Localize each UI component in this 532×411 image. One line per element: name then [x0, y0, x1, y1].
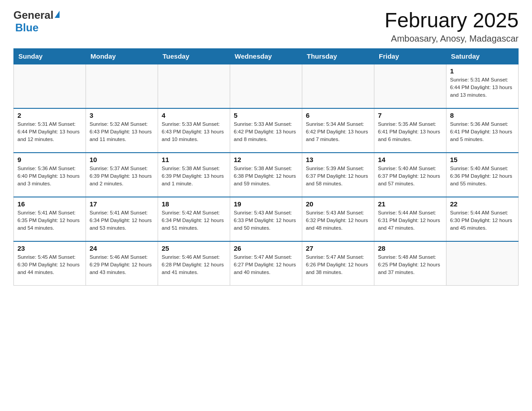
calendar-cell — [374, 64, 446, 108]
day-number: 13 — [306, 156, 370, 163]
day-number: 5 — [234, 111, 298, 119]
day-info: Sunrise: 5:44 AM Sunset: 6:30 PM Dayligh… — [450, 209, 515, 232]
calendar-cell — [230, 64, 302, 108]
day-number: 16 — [17, 200, 82, 208]
day-info: Sunrise: 5:31 AM Sunset: 6:44 PM Dayligh… — [450, 76, 515, 99]
day-number: 6 — [306, 111, 370, 119]
week-row-4: 16Sunrise: 5:41 AM Sunset: 6:35 PM Dayli… — [14, 197, 519, 241]
logo: General Blue — [13, 9, 60, 34]
day-number: 8 — [450, 111, 515, 119]
day-info: Sunrise: 5:47 AM Sunset: 6:26 PM Dayligh… — [306, 253, 370, 277]
calendar-cell: 22Sunrise: 5:44 AM Sunset: 6:30 PM Dayli… — [446, 197, 519, 241]
day-number: 9 — [17, 156, 82, 163]
calendar-cell: 21Sunrise: 5:44 AM Sunset: 6:31 PM Dayli… — [374, 197, 446, 241]
header-row: SundayMondayTuesdayWednesdayThursdayFrid… — [14, 48, 519, 64]
calendar-cell: 28Sunrise: 5:48 AM Sunset: 6:25 PM Dayli… — [374, 241, 446, 286]
calendar-cell: 15Sunrise: 5:40 AM Sunset: 6:36 PM Dayli… — [446, 153, 519, 197]
day-number: 2 — [17, 111, 82, 119]
day-info: Sunrise: 5:38 AM Sunset: 6:39 PM Dayligh… — [162, 165, 226, 188]
logo-triangle-icon — [55, 11, 60, 18]
header-day-friday: Friday — [374, 48, 446, 64]
calendar-subtitle: Amboasary, Anosy, Madagascar — [385, 34, 519, 44]
calendar-cell: 20Sunrise: 5:43 AM Sunset: 6:32 PM Dayli… — [302, 197, 374, 241]
day-number: 10 — [90, 156, 154, 163]
calendar-cell: 24Sunrise: 5:46 AM Sunset: 6:29 PM Dayli… — [86, 241, 158, 286]
day-info: Sunrise: 5:39 AM Sunset: 6:37 PM Dayligh… — [306, 165, 370, 188]
day-number: 27 — [306, 244, 370, 252]
header-day-saturday: Saturday — [446, 48, 519, 64]
day-number: 15 — [450, 156, 515, 163]
logo-top-line: General — [13, 9, 60, 21]
day-info: Sunrise: 5:48 AM Sunset: 6:25 PM Dayligh… — [378, 253, 442, 277]
day-info: Sunrise: 5:46 AM Sunset: 6:29 PM Dayligh… — [90, 253, 154, 277]
day-info: Sunrise: 5:44 AM Sunset: 6:31 PM Dayligh… — [378, 209, 442, 232]
week-row-3: 9Sunrise: 5:36 AM Sunset: 6:40 PM Daylig… — [14, 153, 519, 197]
day-info: Sunrise: 5:41 AM Sunset: 6:35 PM Dayligh… — [17, 209, 82, 232]
calendar-cell: 4Sunrise: 5:33 AM Sunset: 6:43 PM Daylig… — [158, 108, 230, 153]
calendar-cell: 14Sunrise: 5:40 AM Sunset: 6:37 PM Dayli… — [374, 153, 446, 197]
day-info: Sunrise: 5:42 AM Sunset: 6:34 PM Dayligh… — [162, 209, 226, 232]
day-info: Sunrise: 5:31 AM Sunset: 6:44 PM Dayligh… — [17, 120, 82, 144]
logo-bottom-line: Blue — [13, 21, 39, 34]
day-number: 1 — [450, 67, 515, 75]
day-info: Sunrise: 5:47 AM Sunset: 6:27 PM Dayligh… — [234, 253, 298, 277]
week-row-5: 23Sunrise: 5:45 AM Sunset: 6:30 PM Dayli… — [14, 241, 519, 286]
day-info: Sunrise: 5:41 AM Sunset: 6:34 PM Dayligh… — [90, 209, 154, 232]
day-info: Sunrise: 5:32 AM Sunset: 6:43 PM Dayligh… — [90, 120, 154, 144]
day-number: 22 — [450, 200, 515, 208]
calendar-cell: 19Sunrise: 5:43 AM Sunset: 6:33 PM Dayli… — [230, 197, 302, 241]
calendar-cell: 12Sunrise: 5:38 AM Sunset: 6:38 PM Dayli… — [230, 153, 302, 197]
header-day-tuesday: Tuesday — [158, 48, 230, 64]
day-number: 25 — [162, 244, 226, 252]
calendar-cell: 3Sunrise: 5:32 AM Sunset: 6:43 PM Daylig… — [86, 108, 158, 153]
calendar-cell: 5Sunrise: 5:33 AM Sunset: 6:42 PM Daylig… — [230, 108, 302, 153]
day-info: Sunrise: 5:37 AM Sunset: 6:39 PM Dayligh… — [90, 165, 154, 188]
calendar-cell: 7Sunrise: 5:35 AM Sunset: 6:41 PM Daylig… — [374, 108, 446, 153]
calendar-cell: 11Sunrise: 5:38 AM Sunset: 6:39 PM Dayli… — [158, 153, 230, 197]
logo-blue-text: Blue — [15, 21, 39, 34]
page-header: General Blue February 2025 Amboasary, An… — [13, 9, 519, 44]
calendar-cell: 27Sunrise: 5:47 AM Sunset: 6:26 PM Dayli… — [302, 241, 374, 286]
header-day-monday: Monday — [86, 48, 158, 64]
calendar-cell: 26Sunrise: 5:47 AM Sunset: 6:27 PM Dayli… — [230, 241, 302, 286]
calendar-cell: 8Sunrise: 5:36 AM Sunset: 6:41 PM Daylig… — [446, 108, 519, 153]
day-info: Sunrise: 5:36 AM Sunset: 6:40 PM Dayligh… — [17, 165, 82, 188]
day-number: 26 — [234, 244, 298, 252]
calendar-cell — [302, 64, 374, 108]
calendar-cell: 6Sunrise: 5:34 AM Sunset: 6:42 PM Daylig… — [302, 108, 374, 153]
day-number: 12 — [234, 156, 298, 163]
calendar-cell — [14, 64, 86, 108]
day-number: 20 — [306, 200, 370, 208]
calendar-body: 1Sunrise: 5:31 AM Sunset: 6:44 PM Daylig… — [14, 64, 519, 286]
calendar-header: SundayMondayTuesdayWednesdayThursdayFrid… — [14, 48, 519, 64]
day-number: 19 — [234, 200, 298, 208]
day-number: 11 — [162, 156, 226, 163]
calendar-cell: 10Sunrise: 5:37 AM Sunset: 6:39 PM Dayli… — [86, 153, 158, 197]
calendar-cell: 1Sunrise: 5:31 AM Sunset: 6:44 PM Daylig… — [446, 64, 519, 108]
calendar-cell — [446, 241, 519, 286]
calendar-cell: 18Sunrise: 5:42 AM Sunset: 6:34 PM Dayli… — [158, 197, 230, 241]
calendar-cell — [158, 64, 230, 108]
week-row-2: 2Sunrise: 5:31 AM Sunset: 6:44 PM Daylig… — [14, 108, 519, 153]
logo-general-text: General — [13, 9, 53, 21]
day-info: Sunrise: 5:43 AM Sunset: 6:32 PM Dayligh… — [306, 209, 370, 232]
day-info: Sunrise: 5:40 AM Sunset: 6:37 PM Dayligh… — [378, 165, 442, 188]
calendar-cell: 23Sunrise: 5:45 AM Sunset: 6:30 PM Dayli… — [14, 241, 86, 286]
calendar-cell: 16Sunrise: 5:41 AM Sunset: 6:35 PM Dayli… — [14, 197, 86, 241]
day-info: Sunrise: 5:38 AM Sunset: 6:38 PM Dayligh… — [234, 165, 298, 188]
day-number: 18 — [162, 200, 226, 208]
day-number: 28 — [378, 244, 442, 252]
day-number: 17 — [90, 200, 154, 208]
day-number: 3 — [90, 111, 154, 119]
day-number: 14 — [378, 156, 442, 163]
day-info: Sunrise: 5:40 AM Sunset: 6:36 PM Dayligh… — [450, 165, 515, 188]
day-number: 21 — [378, 200, 442, 208]
calendar-cell: 17Sunrise: 5:41 AM Sunset: 6:34 PM Dayli… — [86, 197, 158, 241]
header-day-sunday: Sunday — [14, 48, 86, 64]
calendar-title: February 2025 — [385, 9, 519, 32]
day-number: 24 — [90, 244, 154, 252]
day-info: Sunrise: 5:33 AM Sunset: 6:42 PM Dayligh… — [234, 120, 298, 144]
day-number: 23 — [17, 244, 82, 252]
calendar-cell: 9Sunrise: 5:36 AM Sunset: 6:40 PM Daylig… — [14, 153, 86, 197]
day-info: Sunrise: 5:43 AM Sunset: 6:33 PM Dayligh… — [234, 209, 298, 232]
